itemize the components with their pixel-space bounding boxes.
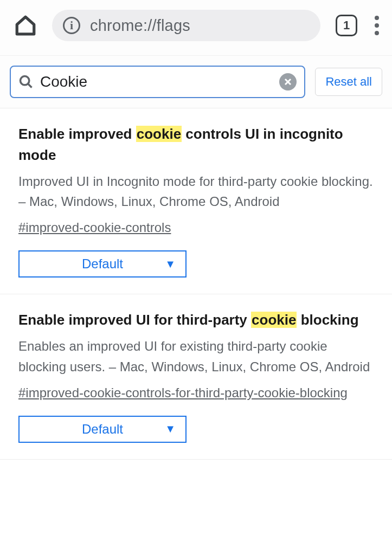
flags-list: Enable improved cookie controls UI in in… [0, 108, 392, 460]
search-bar: Reset all [0, 56, 392, 108]
browser-toolbar: i chrome://flags 1 [0, 0, 392, 56]
chevron-down-icon: ▼ [165, 423, 176, 435]
search-box [10, 66, 305, 98]
highlight: cookie [251, 312, 297, 328]
flag-title: Enable improved UI for third-party cooki… [18, 309, 374, 331]
flag-select[interactable]: Default ▼ [18, 250, 187, 278]
flag-description: Enables an improved UI for existing thir… [18, 336, 374, 376]
tab-counter[interactable]: 1 [336, 15, 357, 36]
close-icon [284, 78, 292, 86]
clear-button[interactable] [279, 73, 297, 91]
chevron-down-icon: ▼ [165, 258, 176, 270]
search-icon [18, 74, 34, 89]
highlight: cookie [136, 126, 182, 142]
svg-line-1 [28, 84, 32, 88]
flag-slug-link[interactable]: #improved-cookie-controls-for-third-part… [18, 383, 348, 403]
flag-select[interactable]: Default ▼ [18, 416, 187, 443]
search-input[interactable] [40, 73, 273, 91]
flag-item: Enable improved cookie controls UI in in… [0, 108, 392, 294]
flag-slug-link[interactable]: #improved-cookie-controls [18, 218, 171, 237]
omnibox[interactable]: i chrome://flags [52, 10, 320, 41]
home-icon[interactable] [14, 14, 37, 37]
flag-title: Enable improved cookie controls UI in in… [18, 124, 374, 166]
svg-point-0 [21, 76, 29, 85]
url-text: chrome://flags [90, 17, 190, 35]
info-icon: i [63, 17, 80, 34]
flag-description: Improved UI in Incognito mode for third-… [18, 171, 374, 211]
menu-icon[interactable] [372, 14, 381, 37]
flag-item: Enable improved UI for third-party cooki… [0, 294, 392, 459]
reset-all-button[interactable]: Reset all [315, 68, 382, 96]
